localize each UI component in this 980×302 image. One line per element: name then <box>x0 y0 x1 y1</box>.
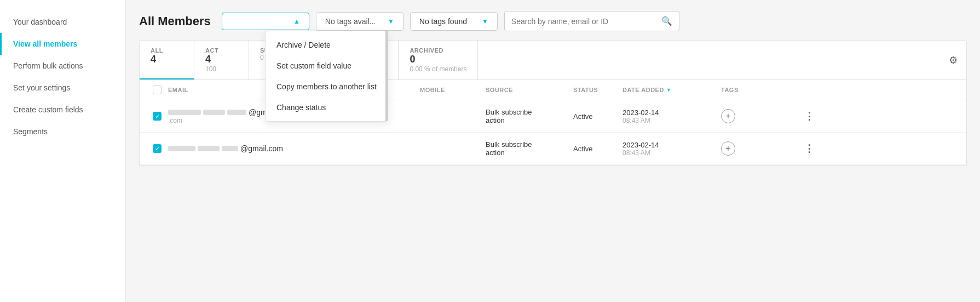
stat-archived-pct: 0.00 % of members <box>410 65 466 73</box>
table-row: @gmail .com Bulk subscribeaction Active … <box>140 100 966 133</box>
sidebar-item-label: Set your settings <box>13 83 70 92</box>
no-tags-dropdown[interactable]: No tags found ▼ <box>410 12 498 31</box>
sidebar-item-segments[interactable]: Segments <box>0 121 125 143</box>
th-status: STATUS <box>573 87 622 93</box>
sidebar-item-label: Your dashboard <box>13 18 67 26</box>
sidebar-item-label: Create custom fields <box>13 105 83 114</box>
stat-archived[interactable]: ARCHIVED 0 0.00 % of members <box>399 41 478 79</box>
stat-all[interactable]: ALL 4 <box>140 41 194 79</box>
email-blur-6 <box>222 146 238 151</box>
search-box: 🔍 <box>504 11 679 31</box>
row-2-time: 08:43 AM <box>622 149 721 157</box>
sidebar-item-label: Segments <box>13 127 48 136</box>
row-1-more-button[interactable]: ⋮ <box>787 110 814 122</box>
page-title: All Members <box>139 14 211 29</box>
stat-active[interactable]: ACT 4 100. <box>194 41 249 79</box>
tags-available-dropdown[interactable]: No tags avail... ▼ <box>316 12 403 31</box>
email-blur-1 <box>168 110 201 115</box>
row-2-checkbox-wrap[interactable] <box>146 144 168 153</box>
bulk-actions-dropdown[interactable]: ▲ <box>222 13 309 30</box>
stat-all-value: 4 <box>151 54 183 65</box>
stat-active-label: ACT <box>205 47 238 54</box>
main-content: All Members ▲ No tags avail... ▼ No tags… <box>126 0 980 302</box>
add-tag-button-2[interactable]: + <box>721 141 735 156</box>
email-blur-3 <box>227 110 246 115</box>
bulk-actions-dropdown-menu: Archive / Delete Set custom field value … <box>265 31 388 122</box>
chevron-down-icon-2: ▼ <box>482 18 488 25</box>
sidebar-item-create-custom-fields[interactable]: Create custom fields <box>0 99 125 121</box>
sidebar-item-view-all-members[interactable]: View all members <box>0 33 125 55</box>
sidebar-item-label: View all members <box>13 39 77 48</box>
add-tag-button-1[interactable]: + <box>721 109 735 123</box>
row-1-date-value: 2023-02-14 <box>622 109 721 117</box>
select-all-checkbox[interactable] <box>146 86 168 94</box>
row-2-email: @gmail.com <box>168 144 321 153</box>
sidebar-item-set-your-settings[interactable]: Set your settings <box>0 77 125 99</box>
search-icon: 🔍 <box>661 16 672 26</box>
row-1-checkbox-wrap[interactable] <box>146 112 168 121</box>
sidebar-item-label: Perform bulk actions <box>13 61 83 70</box>
sidebar-item-your-dashboard[interactable]: Your dashboard <box>0 11 125 33</box>
row-1-source: Bulk subscribeaction <box>486 108 573 124</box>
row-1-date: 2023-02-14 08:43 AM <box>622 109 721 124</box>
menu-item-change-status[interactable]: Change status <box>266 97 388 118</box>
row-2-source: Bulk subscribeaction <box>486 140 573 157</box>
stats-bar: ALL 4 ACT 4 100. SUBSCRIBED 0 % of membe… <box>139 40 967 80</box>
email-suffix-2: @gmail.com <box>240 144 283 153</box>
row-1-tags: + <box>721 109 787 123</box>
members-table: EMAIL MOBILE SOURCE STATUS DATE ADDED ▼ … <box>139 80 967 166</box>
stat-archived-label: ARCHIVED <box>410 47 466 54</box>
email-blur-2 <box>203 110 225 115</box>
sort-icon: ▼ <box>666 87 671 93</box>
header-row: All Members ▲ No tags avail... ▼ No tags… <box>139 11 967 31</box>
chevron-up-icon: ▲ <box>293 18 300 25</box>
stat-active-pct: 100. <box>205 65 238 73</box>
menu-item-copy-members[interactable]: Copy members to another list <box>266 76 388 97</box>
tags-available-label: No tags avail... <box>325 17 376 26</box>
th-date-added[interactable]: DATE ADDED ▼ <box>622 87 721 93</box>
search-input[interactable] <box>511 17 657 26</box>
table-row: @gmail.com Bulk subscribeaction Active 2… <box>140 133 966 165</box>
gear-button[interactable]: ⚙ <box>940 41 966 79</box>
stat-all-label: ALL <box>151 47 183 54</box>
row-1-status: Active <box>573 112 622 121</box>
table-header: EMAIL MOBILE SOURCE STATUS DATE ADDED ▼ … <box>140 80 966 100</box>
row-1-checkbox[interactable] <box>153 112 162 121</box>
email-blur-5 <box>198 146 220 151</box>
sidebar: Your dashboard View all members Perform … <box>0 0 126 302</box>
menu-item-set-custom-field[interactable]: Set custom field value <box>266 55 388 76</box>
stat-archived-value: 0 <box>410 54 466 65</box>
chevron-down-icon: ▼ <box>388 18 394 25</box>
email-blur-4 <box>168 146 195 151</box>
sidebar-item-perform-bulk-actions[interactable]: Perform bulk actions <box>0 55 125 77</box>
row-2-more-button[interactable]: ⋮ <box>787 143 814 155</box>
row-2-tags: + <box>721 141 787 156</box>
th-mobile: MOBILE <box>420 87 486 93</box>
row-2-date: 2023-02-14 08:43 AM <box>622 141 721 157</box>
row-2-checkbox[interactable] <box>153 144 162 153</box>
row-1-time: 08:43 AM <box>622 117 721 124</box>
no-tags-label: No tags found <box>419 17 467 26</box>
row-2-status: Active <box>573 145 622 153</box>
gear-icon: ⚙ <box>949 54 958 66</box>
th-source: SOURCE <box>486 87 573 93</box>
header-checkbox[interactable] <box>153 86 162 94</box>
dropdown-scroll-indicator <box>385 31 388 121</box>
menu-item-archive-delete[interactable]: Archive / Delete <box>266 35 388 55</box>
row-2-date-value: 2023-02-14 <box>622 141 721 149</box>
th-tags: TAGS <box>721 87 787 93</box>
stat-active-value: 4 <box>205 54 238 65</box>
